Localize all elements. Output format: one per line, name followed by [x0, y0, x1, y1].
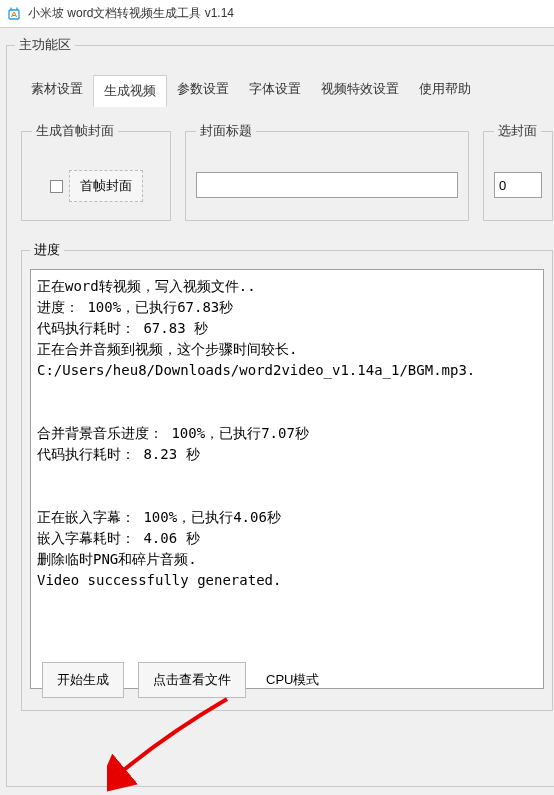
tab-param-settings[interactable]: 参数设置 — [167, 74, 239, 106]
tab-video-effect-settings[interactable]: 视频特效设置 — [311, 74, 409, 106]
tabs-bar: 素材设置 生成视频 参数设置 字体设置 视频特效设置 使用帮助 — [15, 74, 553, 106]
cover-title-legend: 封面标题 — [196, 122, 256, 140]
first-frame-cover-button[interactable]: 首帧封面 — [69, 170, 143, 202]
progress-groupbox: 进度 正在word转视频，写入视频文件.. 进度： 100%，已执行67.83秒… — [21, 241, 553, 711]
cover-groupbox: 生成首帧封面 首帧封面 — [21, 122, 171, 221]
cpu-mode-label: CPU模式 — [260, 663, 319, 697]
select-cover-legend: 选封面 — [494, 122, 541, 140]
first-frame-cover-checkbox[interactable] — [50, 180, 63, 193]
progress-log: 正在word转视频，写入视频文件.. 进度： 100%，已执行67.83秒 代码… — [30, 269, 544, 689]
main-legend: 主功能区 — [15, 36, 75, 54]
tab-font-settings[interactable]: 字体设置 — [239, 74, 311, 106]
progress-legend: 进度 — [30, 241, 64, 259]
start-generate-button[interactable]: 开始生成 — [42, 662, 124, 698]
main-functional-area: 主功能区 素材设置 生成视频 参数设置 字体设置 视频特效设置 使用帮助 生成首… — [6, 36, 554, 787]
window-titlebar: 小米坡 word文档转视频生成工具 v1.14 — [0, 0, 554, 28]
cover-title-input[interactable] — [196, 172, 458, 198]
view-file-button[interactable]: 点击查看文件 — [138, 662, 246, 698]
tab-help[interactable]: 使用帮助 — [409, 74, 481, 106]
cover-legend: 生成首帧封面 — [32, 122, 118, 140]
tab-generate-video[interactable]: 生成视频 — [93, 75, 167, 107]
cover-title-groupbox: 封面标题 — [185, 122, 469, 221]
window-title: 小米坡 word文档转视频生成工具 v1.14 — [28, 5, 234, 22]
select-cover-groupbox: 选封面 0 — [483, 122, 553, 221]
tab-material-settings[interactable]: 素材设置 — [21, 74, 93, 106]
app-icon — [6, 6, 22, 22]
svg-rect-0 — [9, 10, 19, 19]
select-cover-value[interactable]: 0 — [494, 172, 542, 198]
